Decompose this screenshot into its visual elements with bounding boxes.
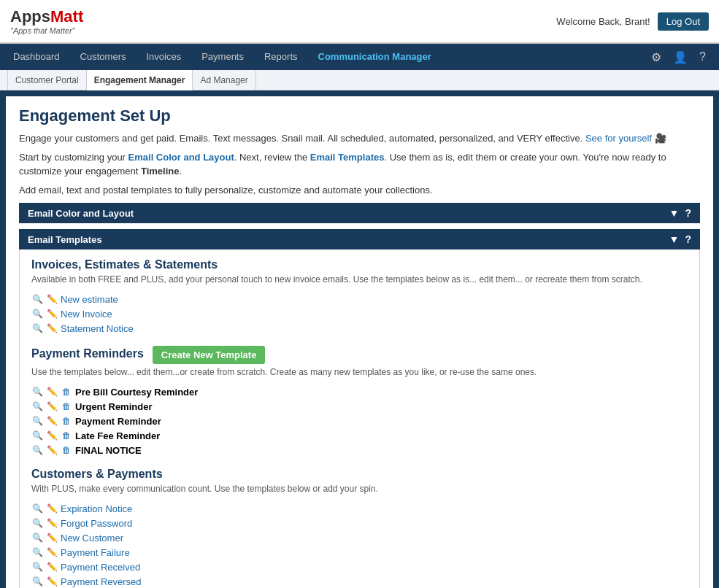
search-icon[interactable]: 🔍	[31, 386, 43, 398]
list-item: 🔍 ✏️ Expiration Notice	[31, 501, 688, 516]
template-link-payment-reversed[interactable]: Payment Reversed	[61, 576, 142, 587]
template-link-payment-received[interactable]: Payment Received	[61, 562, 140, 573]
intro-line1: Engage your customers and get paid. Emai…	[19, 131, 700, 146]
edit-icon[interactable]: ✏️	[46, 430, 58, 441]
header-right: Welcome Back, Brant! Log Out	[556, 12, 709, 31]
nav-icons: ⚙ 👤 ?	[647, 49, 716, 66]
email-color-layout-link[interactable]: Email Color and Layout	[128, 152, 234, 163]
nav-dashboard[interactable]: Dashboard	[3, 44, 70, 70]
subnav-engagement-manager[interactable]: Engagement Manager	[87, 70, 193, 90]
email-color-section-bar[interactable]: Email Color and Layout ▼ ?	[19, 203, 700, 223]
nav-invoices[interactable]: Invoices	[136, 44, 191, 70]
help-icon[interactable]: ?	[695, 49, 710, 65]
page-title: Engagement Set Up	[19, 107, 700, 125]
list-item: 🔍 ✏️ New Customer	[31, 530, 688, 545]
list-item: 🔍 ✏️ 🗑 Pre Bill Courtesy Reminder	[31, 384, 688, 399]
list-item: 🔍 ✏️ 🗑 Urgent Reminder	[31, 399, 688, 414]
list-item: 🔍 ✏️ Payment Reversed	[31, 574, 688, 588]
template-link-new-invoice[interactable]: New Invoice	[61, 309, 112, 320]
invoices-subsection: Invoices, Estimates & Statements Availab…	[31, 258, 688, 336]
sub-nav: Customer Portal Engagement Manager Ad Ma…	[0, 70, 719, 90]
see-for-yourself-link[interactable]: See for yourself	[585, 133, 652, 144]
search-icon[interactable]: 🔍	[31, 532, 43, 543]
list-item: 🔍 ✏️ Payment Received	[31, 560, 688, 574]
user-icon[interactable]: 👤	[669, 49, 692, 66]
edit-icon[interactable]: ✏️	[46, 576, 58, 587]
trash-icon[interactable]: 🗑	[61, 386, 72, 398]
email-templates-section-bar[interactable]: Email Templates ▼ ?	[19, 229, 700, 249]
list-item: 🔍 ✏️ 🗑 Payment Reminder	[31, 414, 688, 428]
template-link-new-customer[interactable]: New Customer	[61, 533, 123, 543]
nav-communication-manager[interactable]: Communication Manager	[308, 44, 442, 70]
template-link-expiration[interactable]: Expiration Notice	[61, 503, 132, 514]
search-icon[interactable]: 🔍	[31, 308, 43, 320]
template-link-payment-reminder[interactable]: Payment Reminder	[75, 416, 161, 427]
search-icon[interactable]: 🔍	[31, 561, 43, 573]
main-nav: Dashboard Customers Invoices Payments Re…	[0, 44, 719, 70]
email-color-label: Email Color and Layout	[28, 208, 134, 219]
logo-tagline: "Apps that Matter"	[10, 26, 83, 35]
trash-icon[interactable]: 🗑	[61, 415, 72, 427]
edit-icon[interactable]: ✏️	[46, 561, 58, 573]
edit-icon[interactable]: ✏️	[46, 517, 58, 529]
search-icon[interactable]: 🔍	[31, 322, 43, 334]
template-link-final-notice[interactable]: FINAL NOTICE	[75, 445, 142, 456]
email-color-arrow-icon: ▼	[669, 207, 680, 219]
template-link-new-estimate[interactable]: New estimate	[61, 294, 118, 305]
template-link-payment-failure[interactable]: Payment Failure	[61, 547, 130, 558]
email-templates-link[interactable]: Email Templates	[310, 152, 385, 163]
search-icon[interactable]: 🔍	[31, 517, 43, 529]
search-icon[interactable]: 🔍	[31, 503, 43, 514]
template-link-late-fee[interactable]: Late Fee Reminder	[75, 430, 160, 441]
list-item: 🔍 ✏️ New Invoice	[31, 306, 688, 321]
search-icon[interactable]: 🔍	[31, 430, 43, 441]
edit-icon[interactable]: ✏️	[46, 308, 58, 320]
template-link-pre-bill[interactable]: Pre Bill Courtesy Reminder	[75, 387, 198, 398]
trash-icon[interactable]: 🗑	[61, 444, 72, 456]
intro-line3: Add email, text and postal templates to …	[19, 183, 700, 198]
search-icon[interactable]: 🔍	[31, 293, 43, 305]
email-templates-help-icon[interactable]: ?	[685, 233, 691, 245]
trash-icon[interactable]: 🗑	[61, 430, 72, 441]
search-icon[interactable]: 🔍	[31, 576, 43, 587]
edit-icon[interactable]: ✏️	[46, 415, 58, 427]
email-color-help-icon[interactable]: ?	[685, 207, 691, 219]
edit-icon[interactable]: ✏️	[46, 401, 58, 412]
nav-payments[interactable]: Payments	[191, 44, 254, 70]
list-item: 🔍 ✏️ 🗑 Late Fee Reminder	[31, 428, 688, 443]
trash-icon[interactable]: 🗑	[61, 401, 72, 412]
template-link-forgot-password[interactable]: Forgot Password	[61, 518, 132, 529]
search-icon[interactable]: 🔍	[31, 546, 43, 558]
edit-icon[interactable]: ✏️	[46, 532, 58, 543]
payment-reminder-header: Payment Reminders Create New Template	[31, 346, 688, 364]
create-new-template-button[interactable]: Create New Template	[153, 346, 266, 364]
logo-apps: Apps	[10, 7, 50, 26]
edit-icon[interactable]: ✏️	[46, 322, 58, 334]
subnav-customer-portal[interactable]: Customer Portal	[7, 70, 87, 90]
edit-icon[interactable]: ✏️	[46, 546, 58, 558]
template-link-urgent[interactable]: Urgent Reminder	[75, 401, 152, 412]
email-templates-label: Email Templates	[28, 234, 102, 245]
edit-icon[interactable]: ✏️	[46, 293, 58, 305]
payment-desc: Use the templates below... edit them...o…	[31, 367, 688, 377]
subnav-ad-manager[interactable]: Ad Manager	[193, 70, 255, 90]
template-link-statement-notice[interactable]: Statement Notice	[61, 323, 134, 334]
logo: AppsMatt "Apps that Matter"	[10, 7, 83, 35]
logout-button[interactable]: Log Out	[658, 12, 709, 31]
nav-reports[interactable]: Reports	[254, 44, 308, 70]
edit-icon[interactable]: ✏️	[46, 503, 58, 514]
settings-icon[interactable]: ⚙	[647, 49, 666, 66]
search-icon[interactable]: 🔍	[31, 415, 43, 427]
list-item: 🔍 ✏️ Statement Notice	[31, 321, 688, 336]
edit-icon[interactable]: ✏️	[46, 444, 58, 456]
top-header: AppsMatt "Apps that Matter" Welcome Back…	[0, 0, 719, 44]
customers-payments-subsection: Customers & Payments With PLUS, make eve…	[31, 468, 688, 588]
nav-customers[interactable]: Customers	[70, 44, 137, 70]
search-icon[interactable]: 🔍	[31, 444, 43, 456]
edit-icon[interactable]: ✏️	[46, 386, 58, 398]
content-wrapper: Engagement Set Up Engage your customers …	[0, 90, 719, 588]
logo-matt: Matt	[50, 7, 83, 26]
search-icon[interactable]: 🔍	[31, 401, 43, 412]
welcome-text: Welcome Back, Brant!	[556, 16, 650, 27]
payment-reminders-title: Payment Reminders	[31, 347, 144, 360]
